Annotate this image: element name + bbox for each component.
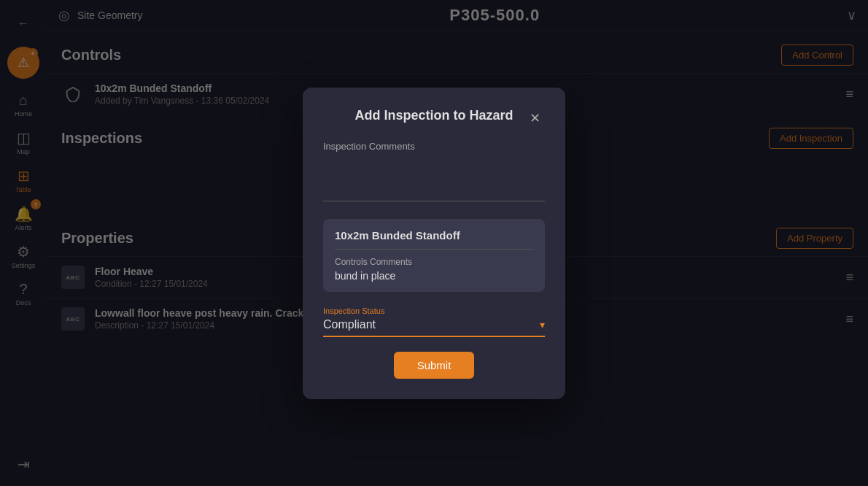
modal-title: Add Inspection to Hazard bbox=[354, 108, 513, 123]
add-inspection-modal: Add Inspection to Hazard ✕ Inspection Co… bbox=[303, 88, 565, 399]
inspection-comments-label: Inspection Comments bbox=[323, 141, 545, 152]
modal-header: Add Inspection to Hazard ✕ bbox=[323, 108, 545, 123]
inspection-status-dropdown[interactable]: Inspection Status Compliant ▾ bbox=[323, 306, 545, 337]
chevron-down-icon: ▾ bbox=[540, 319, 545, 331]
submit-button[interactable]: Submit bbox=[394, 352, 475, 379]
modal-close-button[interactable]: ✕ bbox=[524, 108, 545, 128]
control-card-divider bbox=[335, 249, 533, 250]
modal-overlay: Add Inspection to Hazard ✕ Inspection Co… bbox=[0, 0, 868, 486]
control-card-comments-label: Controls Comments bbox=[335, 257, 533, 267]
inspection-status-label: Inspection Status bbox=[323, 306, 545, 315]
inspection-status-value-row: Compliant ▾ bbox=[323, 318, 545, 331]
control-card-title: 10x2m Bunded Standoff bbox=[335, 229, 533, 242]
inspection-status-value: Compliant bbox=[323, 318, 376, 331]
inspection-comments-input[interactable] bbox=[323, 158, 545, 201]
control-card: 10x2m Bunded Standoff Controls Comments … bbox=[323, 219, 545, 292]
control-card-comments-value: bund in place bbox=[335, 270, 533, 282]
